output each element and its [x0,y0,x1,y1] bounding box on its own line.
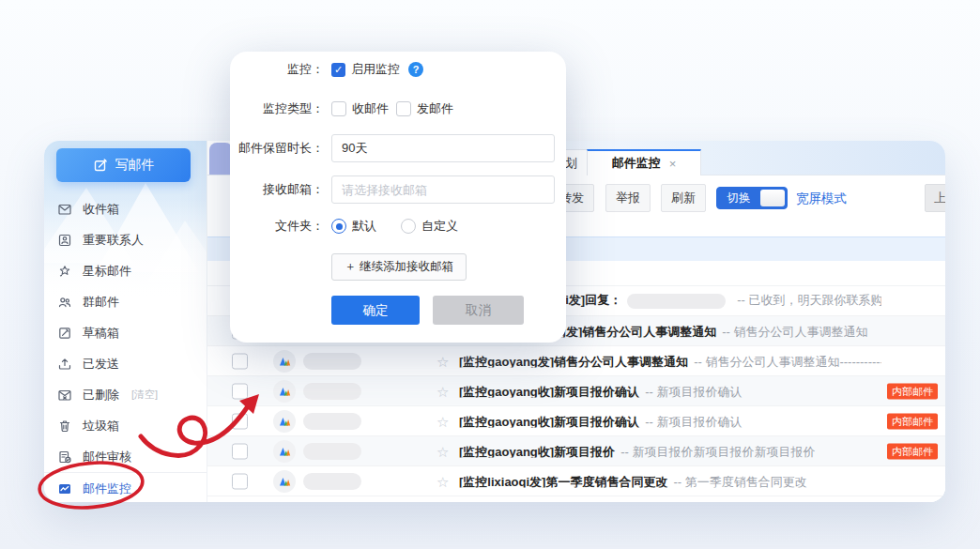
row-star-icon[interactable]: ☆ [436,384,449,398]
subject-text: [监控lixiaoqi发]第一季度销售合同更改 [459,475,667,487]
folder-custom-radio[interactable] [401,219,416,234]
mail-row[interactable]: ☆ [监控lixiaoqi发]第一季度销售合同更改-- 第一季度销售合同更改 [207,466,945,496]
review-document-icon [57,450,72,465]
empty-trash-link[interactable]: [清空] [131,388,158,402]
sidebar-item-label: 邮件审核 [83,449,131,465]
mail-subject: [监控gaoyang发]销售分公司人事调整通知-- 销售分公司人事调整通知---… [459,355,881,367]
receiver-label: 接收邮箱： [230,181,324,198]
add-receiver-button[interactable]: ＋ 继续添加接收邮箱 [331,253,467,281]
monitor-row: 监控： ✓ 启用监控 ? [230,59,566,80]
sidebar-item-important-contacts[interactable]: 重要联系人 [44,224,207,255]
row-star-icon[interactable]: ☆ [436,474,449,488]
redacted-sender [303,383,361,400]
tab-partial-label: 划 [565,155,577,172]
row-checkbox[interactable] [232,413,248,429]
mail-row[interactable]: ☆ [监控gaoyang发]销售分公司人事调整通知-- 销售分公司人事调整通知-… [207,346,945,376]
sender-avatar [273,440,296,463]
sidebar-item-sent[interactable]: 已发送 [44,348,207,379]
sidebar-item-label: 群邮件 [83,294,119,311]
tab-close-icon[interactable]: × [669,157,677,171]
subject-text: [监控gaoyang发]销售分公司人事调整通知 [459,355,688,367]
mail-row[interactable]: ☆ [监控gaoyang收]新项目报价确认-- 新项目报价确认 内部邮件 [207,406,945,436]
sidebar-item-junk[interactable]: 垃圾箱 [44,410,207,441]
internal-mail-badge: 内部邮件 [887,443,938,459]
subject-text: g发]销售分公司人事调整通知 [559,325,716,337]
sender-logo-icon [277,444,292,459]
monitor-settings-dialog: 监控： ✓ 启用监控 ? 监控类型： 收邮件 发邮件 邮件保留时长： 接收邮箱： [230,52,566,343]
compose-pencil-icon [93,158,108,173]
sidebar-item-label: 已发送 [83,356,119,373]
retention-label: 邮件保留时长： [230,140,324,157]
redacted-sender [303,473,361,490]
row-checkbox[interactable] [232,383,248,399]
sender-logo-icon [277,414,292,429]
toggle-label: 切换 [717,191,760,206]
sidebar-item-label: 重要联系人 [83,232,144,249]
sidebar-item-label: 已删除 [83,387,119,404]
sidebar-item-group-mail[interactable]: 群邮件 [44,286,207,317]
redacted-subject-fragment [627,294,726,309]
mail-row[interactable]: ☆ [监控gaoyang收]新项目报价确认-- 新项目报价确认 内部邮件 [207,376,945,406]
subject-text: ai发]回复： [559,294,621,307]
folder-default-label: 默认 [352,218,376,235]
compose-mail-button[interactable]: 写邮件 [56,148,191,182]
screenshot-canvas: 写邮件 收件箱 重要联系人 星标邮件 群邮件 [0,0,980,549]
sidebar-item-label: 垃圾箱 [83,418,119,435]
retention-input[interactable] [331,134,555,162]
mail-row[interactable]: ☆ [监控gaoyang收]新项目报价-- 新项目报价新项目报价新项目报价 内部… [207,436,945,466]
subject-summary: -- 已收到，明天跟你联系购买咨询事宜，... [737,294,881,307]
draft-icon [57,326,72,341]
deleted-mail-icon [57,388,72,403]
clipped-page-button[interactable]: 上 [925,184,945,212]
folder-default-radio[interactable] [331,219,346,234]
help-icon[interactable]: ? [408,62,423,77]
subject-summary: -- 新项目报价确认 [645,415,742,427]
sidebar-item-drafts[interactable]: 草稿箱 [44,317,207,348]
enable-monitor-checkbox[interactable]: ✓ [331,63,345,77]
incoming-mail-checkbox[interactable] [331,101,346,116]
confirm-button[interactable]: 确定 [331,296,420,325]
sender-avatar [273,350,296,373]
mail-subject: [监控gaoyang收]新项目报价-- 新项目报价新项目报价新项目报价 [459,445,881,457]
row-star-icon[interactable]: ☆ [436,414,449,428]
outgoing-mail-label: 发邮件 [417,100,453,117]
tab-mail-monitor[interactable]: 邮件监控 × [587,149,701,175]
sidebar-item-mail-monitor[interactable]: 邮件监控 [44,472,207,502]
sidebar-item-mail-review[interactable]: 邮件审核 [44,441,207,472]
sender-logo-icon [277,354,292,369]
refresh-button[interactable]: 刷新 [661,184,706,212]
mail-subject: [监控lixiaoqi发]第一季度销售合同更改-- 第一季度销售合同更改 [459,475,881,487]
sidebar-item-starred[interactable]: 星标邮件 [44,255,207,286]
subject-text: [监控gaoyang收]新项目报价确认 [459,415,639,427]
widescreen-mode-label[interactable]: 宽屏模式 [796,191,847,207]
row-star-icon[interactable]: ☆ [436,444,449,458]
sidebar-folder-list: 收件箱 重要联系人 星标邮件 群邮件 草稿箱 [44,193,207,502]
sidebar-item-deleted[interactable]: 已删除 [清空] [44,379,207,410]
sender-logo-icon [277,474,292,489]
sidebar-item-label: 草稿箱 [83,325,119,342]
receiver-row: 接收邮箱： [230,175,566,204]
sidebar-item-label: 收件箱 [83,201,119,218]
sender-logo-icon [277,384,292,399]
row-checkbox[interactable] [232,473,248,489]
sent-icon [57,357,72,372]
retention-row: 邮件保留时长： [230,134,566,162]
widescreen-toggle[interactable]: 切换 [716,187,788,209]
row-checkbox[interactable] [232,443,248,459]
mail-subject: [监控gaoyang收]新项目报价确认-- 新项目报价确认 [459,385,881,397]
sidebar-item-inbox[interactable]: 收件箱 [44,193,207,224]
sidebar-item-label: 邮件监控 [83,480,131,497]
sidebar: 写邮件 收件箱 重要联系人 星标邮件 群邮件 [44,141,207,502]
monitor-label: 监控： [230,61,324,78]
report-button[interactable]: 举报 [605,184,651,212]
receiver-mailbox-input[interactable] [331,175,555,204]
subject-summary: -- 新项目报价新项目报价新项目报价 [620,445,815,457]
compose-button-label: 写邮件 [115,157,155,174]
row-star-icon[interactable]: ☆ [436,354,449,368]
sidebar-item-label: 星标邮件 [83,263,131,280]
outgoing-mail-checkbox[interactable] [396,101,411,116]
sender-avatar [273,410,296,433]
row-checkbox[interactable] [232,353,248,369]
cancel-button[interactable]: 取消 [433,296,524,325]
monitor-type-label: 监控类型： [230,100,324,117]
